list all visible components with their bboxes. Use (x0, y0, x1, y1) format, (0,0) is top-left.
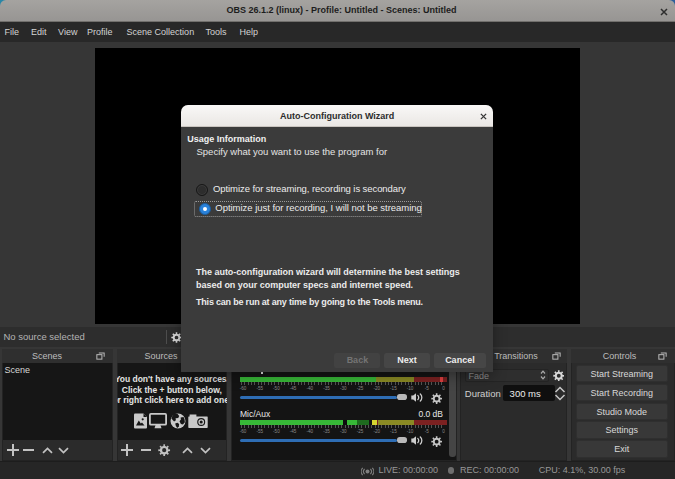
svg-text:-60: -60 (240, 386, 247, 391)
svg-text:-50: -50 (273, 386, 280, 391)
svg-text:-35: -35 (323, 386, 330, 391)
svg-text:-55: -55 (256, 429, 263, 434)
svg-text:-5: -5 (425, 429, 430, 434)
svg-text:-35: -35 (323, 429, 330, 434)
svg-text:-40: -40 (306, 386, 313, 391)
svg-text:-40: -40 (306, 429, 313, 434)
svg-text:-15: -15 (390, 429, 397, 434)
svg-text:-45: -45 (290, 386, 297, 391)
svg-text:-25: -25 (357, 386, 364, 391)
svg-text:-15: -15 (390, 386, 397, 391)
svg-text:-30: -30 (340, 429, 347, 434)
svg-text:-20: -20 (373, 429, 380, 434)
svg-text:0: 0 (442, 429, 445, 434)
svg-text:-55: -55 (256, 386, 263, 391)
svg-text:-60: -60 (240, 429, 247, 434)
svg-text:-20: -20 (373, 386, 380, 391)
svg-text:-25: -25 (357, 429, 364, 434)
svg-text:-30: -30 (340, 386, 347, 391)
svg-text:-10: -10 (407, 386, 414, 391)
svg-text:-10: -10 (407, 429, 414, 434)
svg-text:0: 0 (442, 386, 445, 391)
svg-text:-45: -45 (290, 429, 297, 434)
svg-text:-50: -50 (273, 429, 280, 434)
svg-text:-5: -5 (425, 386, 430, 391)
